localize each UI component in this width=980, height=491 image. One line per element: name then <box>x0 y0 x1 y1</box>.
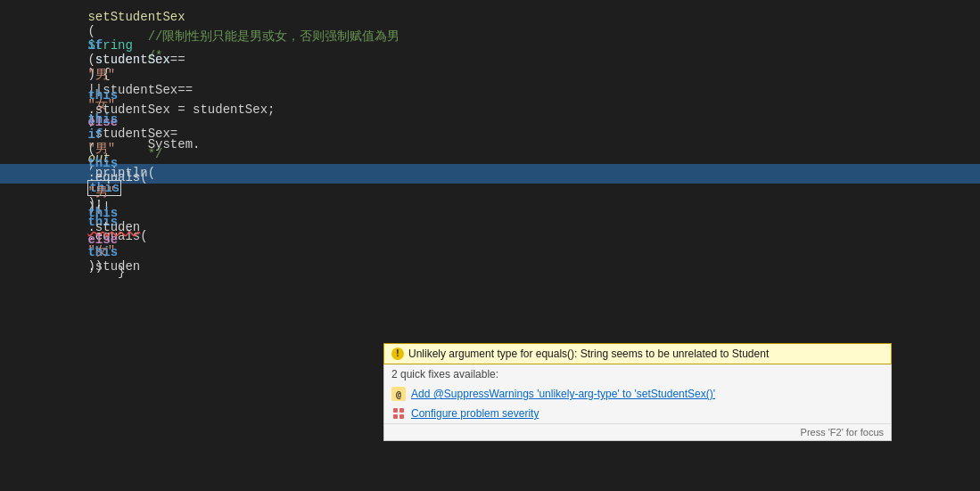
svg-rect-3 <box>399 414 404 419</box>
svg-rect-1 <box>399 408 404 413</box>
quickfix-popup: ! Unlikely argument type for equals(): S… <box>383 343 892 441</box>
code-line: } <box>0 262 980 282</box>
svg-rect-0 <box>393 408 398 413</box>
warning-icon: ! <box>391 348 404 360</box>
suppress-icon: @ <box>391 387 406 401</box>
config-icon <box>391 406 406 421</box>
warning-tooltip: ! Unlikely argument type for equals(): S… <box>383 343 892 364</box>
code-content: } <box>43 250 973 293</box>
quickfix-item-config[interactable]: Configure problem severity <box>384 404 891 423</box>
quickfix-footer: Press 'F2' for focus <box>384 423 891 440</box>
config-link[interactable]: Configure problem severity <box>411 407 539 420</box>
svg-rect-2 <box>393 414 398 419</box>
quickfix-panel[interactable]: 2 quick fixes available: @ Add @Suppress… <box>383 364 892 441</box>
quickfix-item-suppress[interactable]: @ Add @SuppressWarnings 'unlikely-arg-ty… <box>384 384 891 404</box>
code-editor: public void setStudentSex ( String stude… <box>0 0 980 491</box>
warning-text: Unlikely argument type for equals(): Str… <box>408 348 769 360</box>
quickfix-header: 2 quick fixes available: <box>384 364 891 384</box>
suppress-link[interactable]: Add @SuppressWarnings 'unlikely-arg-type… <box>411 388 715 400</box>
